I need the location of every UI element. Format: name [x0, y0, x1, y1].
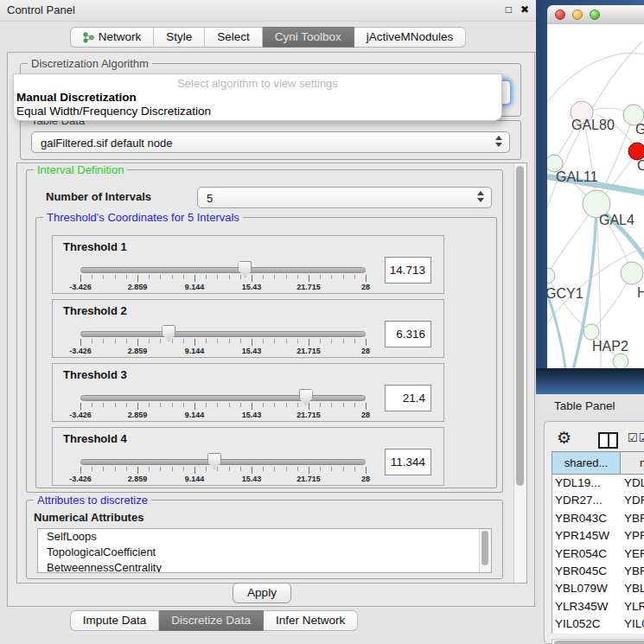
- list-item[interactable]: BetweennessCentrality: [38, 560, 491, 573]
- table-row[interactable]: YDR27...YDR2: [552, 492, 644, 509]
- number-of-intervals-label: Number of Intervals: [46, 190, 151, 203]
- network-view-frame: GAL80 G. GAL11 C GAL4 GCY1 H HAP2: [536, 0, 644, 394]
- threshold-4-value-field[interactable]: 11.344: [385, 449, 431, 475]
- control-panel: Control Panel □ ✖ Network Style Select C…: [0, 0, 536, 644]
- table-data-combo[interactable]: galFiltered.sif default node: [31, 131, 510, 153]
- slider-tick-labels: -3.4262.8599.14415.4321.71528: [80, 475, 366, 484]
- tab-infer-network[interactable]: Infer Network: [264, 610, 358, 631]
- tab-jactivemnodules[interactable]: jActiveMNodules: [354, 27, 467, 48]
- algorithm-dropdown-popup: Select algorithm to view settings Manual…: [13, 73, 502, 121]
- column-header-shared-name[interactable]: shared...: [552, 451, 621, 475]
- threshold-3-label: Threshold 3: [63, 368, 127, 381]
- settings-scrollbar[interactable]: [513, 163, 526, 583]
- number-of-intervals-value: 5: [198, 188, 491, 209]
- thresholds-group: Threshold's Coordinates for 5 Intervals …: [35, 217, 497, 488]
- close-traffic-light[interactable]: [555, 10, 565, 20]
- algorithm-option-manual[interactable]: Manual Discretization: [14, 91, 501, 105]
- threshold-3-panel: Threshold 3 -3.4262.8599.14415.4321.7152…: [52, 363, 444, 422]
- tab-discretize-data[interactable]: Discretize Data: [159, 610, 264, 631]
- node-h[interactable]: [621, 262, 643, 284]
- table-row[interactable]: YDL19...YDL1: [552, 475, 644, 492]
- node-label: C: [637, 158, 644, 173]
- threshold-2-panel: Threshold 2 -3.4262.8599.14415.4321.7152…: [52, 299, 444, 358]
- interval-definition-group: Interval Definition Number of Intervals …: [26, 169, 503, 493]
- settings-scrollbar-thumb[interactable]: [516, 166, 524, 486]
- threshold-1-panel: Threshold 1 -3.4262.8599.14415.4321.7152…: [52, 235, 444, 294]
- threshold-3-slider[interactable]: -3.4262.8599.14415.4321.71528: [80, 390, 366, 421]
- tab-select[interactable]: Select: [205, 27, 263, 48]
- numerical-attributes-list: SelfLoops TopologicalCoefficient Between…: [37, 528, 492, 573]
- table-row[interactable]: YBL079WYBL0: [552, 580, 644, 597]
- interval-definition-title: Interval Definition: [34, 163, 127, 176]
- checkbox-icons[interactable]: ☑☑: [628, 431, 644, 444]
- bottom-tab-bar: Impute Data Discretize Data Infer Networ…: [0, 610, 428, 631]
- node-label: G.: [635, 122, 644, 137]
- slider-track[interactable]: [80, 267, 366, 273]
- table-row[interactable]: YER054CYER0: [552, 545, 644, 563]
- list-item[interactable]: TopologicalCoefficient: [38, 545, 491, 560]
- slider-tick-labels: -3.4262.8599.14415.4321.71528: [80, 347, 366, 356]
- tab-cyni-toolbox[interactable]: Cyni Toolbox: [263, 27, 354, 48]
- slider-track[interactable]: [80, 331, 366, 337]
- network-canvas[interactable]: GAL80 G. GAL11 C GAL4 GCY1 H HAP2: [547, 24, 644, 368]
- threshold-3-value-field[interactable]: 21.4: [385, 385, 431, 411]
- tab-network[interactable]: Network: [70, 27, 155, 48]
- threshold-2-label: Threshold 2: [63, 304, 127, 317]
- list-item[interactable]: SelfLoops: [38, 529, 491, 545]
- attributes-group: Attributes to discretize Numerical Attri…: [26, 500, 503, 579]
- node-label: HAP2: [592, 339, 628, 354]
- table-panel: Table Panel ⚙ ☑☑ shared... n YDL19...YDL…: [536, 394, 644, 644]
- panel-title: Control Panel: [7, 0, 75, 21]
- slider-ticks: [80, 467, 366, 475]
- close-icon[interactable]: ✖: [520, 3, 529, 16]
- discretization-algorithm-title: Discretization Algorithm: [28, 57, 152, 70]
- node-label: GCY1: [547, 286, 583, 301]
- list-scrollbar-thumb[interactable]: [481, 531, 488, 565]
- minimize-traffic-light[interactable]: [572, 10, 583, 20]
- node-hap2[interactable]: [583, 324, 599, 340]
- network-window-titlebar: [547, 5, 644, 25]
- slider-ticks: [80, 275, 366, 283]
- node-label: GAL11: [556, 169, 598, 184]
- settings-scroll-area: Interval Definition Number of Intervals …: [16, 163, 527, 583]
- float-window-icon[interactable]: □: [506, 3, 512, 16]
- network-window: GAL80 G. GAL11 C GAL4 GCY1 H HAP2: [547, 5, 644, 368]
- slider-track[interactable]: [80, 395, 366, 401]
- table-row[interactable]: YLR345WYLR3: [552, 598, 644, 615]
- network-frame-bottom: [536, 368, 644, 394]
- control-panel-titlebar: Control Panel □ ✖: [0, 0, 536, 22]
- table-scrollbar-thumb[interactable]: [554, 641, 644, 644]
- apply-button[interactable]: Apply: [233, 583, 291, 603]
- table-row[interactable]: YBR043CYBR0: [552, 510, 644, 527]
- combo-arrows-icon: [477, 191, 485, 205]
- slider-ticks: [80, 339, 366, 347]
- table-row[interactable]: YPR145WYPR1: [552, 527, 644, 545]
- table-columns-icon[interactable]: [598, 432, 618, 449]
- table-row[interactable]: YBR045CYBR0: [552, 563, 644, 580]
- threshold-2-value-field[interactable]: 6.316: [385, 321, 431, 348]
- tab-network-label: Network: [99, 27, 142, 48]
- table-data-combo-value: galFiltered.sif default node: [32, 132, 509, 154]
- tab-impute-data[interactable]: Impute Data: [70, 610, 160, 631]
- number-of-intervals-combo[interactable]: 5: [197, 187, 492, 208]
- threshold-1-value-field[interactable]: 14.713: [385, 257, 431, 284]
- gear-icon[interactable]: ⚙: [557, 428, 571, 448]
- table-row[interactable]: YIL052CYIL0: [552, 615, 644, 633]
- threshold-2-slider[interactable]: -3.4262.8599.14415.4321.71528: [80, 326, 366, 357]
- column-header-name[interactable]: n: [621, 451, 644, 475]
- network-icon: [83, 32, 94, 43]
- list-scrollbar[interactable]: [479, 529, 491, 572]
- threshold-4-slider[interactable]: -3.4262.8599.14415.4321.71528: [80, 454, 366, 485]
- table-horizontal-scrollbar[interactable]: [552, 639, 644, 644]
- numerical-attributes-label: Numerical Attributes: [34, 511, 143, 524]
- zoom-traffic-light[interactable]: [590, 10, 600, 20]
- node-bottom-partial[interactable]: [613, 354, 628, 368]
- node-label: GAL4: [599, 213, 634, 227]
- threshold-4-panel: Threshold 4 -3.4262.8599.14415.4321.7152…: [52, 427, 444, 486]
- threshold-1-slider[interactable]: -3.4262.8599.14415.4321.71528: [80, 262, 366, 293]
- tab-style[interactable]: Style: [154, 27, 205, 48]
- node-gcy1[interactable]: [547, 268, 555, 284]
- node-selected-red[interactable]: [628, 143, 644, 160]
- slider-track[interactable]: [80, 459, 366, 465]
- algorithm-option-equal-width[interactable]: Equal Width/Frequency Discretization: [14, 105, 501, 118]
